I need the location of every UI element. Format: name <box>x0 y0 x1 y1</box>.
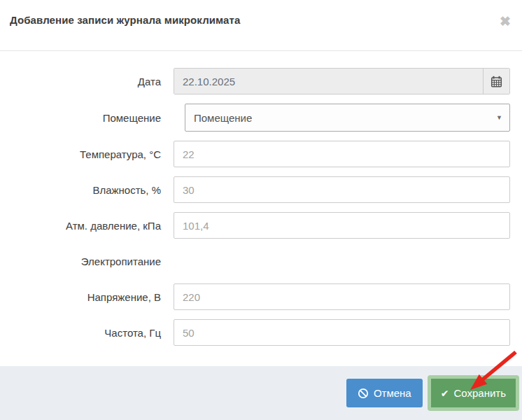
check-icon: ✔ <box>441 388 449 398</box>
cancel-button-label: Отмена <box>374 387 411 399</box>
calendar-icon <box>491 76 502 88</box>
calendar-addon-button[interactable] <box>483 69 509 94</box>
close-icon[interactable]: ✖ <box>500 15 511 28</box>
room-label: Помещение <box>0 112 174 124</box>
date-label: Дата <box>0 76 174 88</box>
form-row-voltage: Напряжение, В <box>0 284 510 310</box>
form-row-date: Дата <box>0 68 510 94</box>
power-section-label: Электропитание <box>0 255 174 267</box>
form-row-room: Помещение Помещение ▼ <box>0 104 510 132</box>
date-input-group <box>174 68 510 94</box>
save-button-label: Сохранить <box>453 387 506 399</box>
temperature-label: Температура, °C <box>0 148 174 160</box>
modal-header: Добавление записи журнала микроклимата ✖ <box>0 0 522 51</box>
cancel-button[interactable]: Отмена <box>346 379 423 407</box>
humidity-label: Влажность, % <box>0 184 174 196</box>
modal-body: Дата <box>0 51 522 366</box>
modal-footer: Отмена ✔ Сохранить <box>0 366 522 420</box>
pressure-input[interactable] <box>174 212 510 239</box>
date-input[interactable] <box>174 69 483 94</box>
form-row-frequency: Частота, Гц <box>0 319 510 346</box>
form-row-pressure: Атм. давление, кПа <box>0 212 510 239</box>
voltage-label: Напряжение, В <box>0 291 174 303</box>
temperature-input[interactable] <box>174 141 510 167</box>
form-row-humidity: Влажность, % <box>0 176 510 203</box>
form-row-temperature: Температура, °C <box>0 141 510 167</box>
room-select[interactable]: Помещение <box>185 104 510 132</box>
pressure-label: Атм. давление, кПа <box>0 220 174 232</box>
modal-title: Добавление записи журнала микроклимата <box>10 14 240 26</box>
save-button[interactable]: ✔ Сохранить <box>428 375 519 411</box>
add-microclimate-record-modal: Добавление записи журнала микроклимата ✖… <box>0 0 522 420</box>
humidity-input[interactable] <box>174 176 510 203</box>
frequency-label: Частота, Гц <box>0 327 174 339</box>
frequency-input[interactable] <box>174 319 510 346</box>
ban-icon <box>358 388 369 399</box>
voltage-input[interactable] <box>174 284 510 310</box>
form-row-power-section: Электропитание <box>0 248 510 274</box>
